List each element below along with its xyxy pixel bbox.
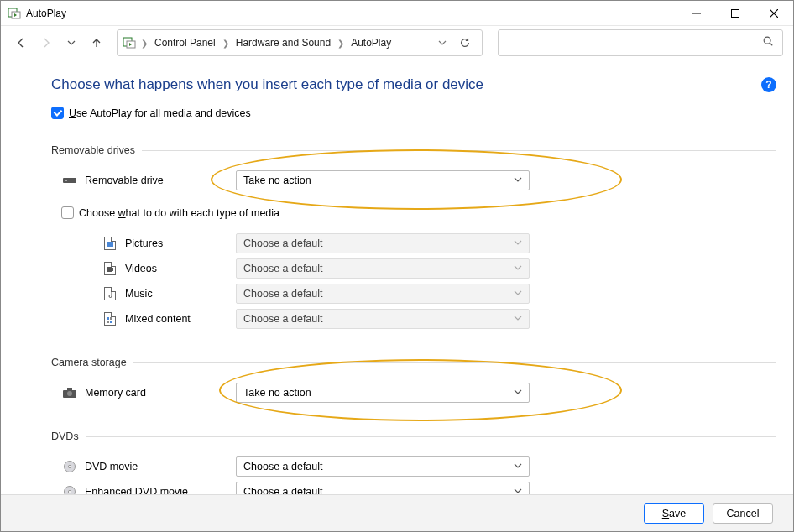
search-icon[interactable] bbox=[762, 35, 774, 50]
videos-combo[interactable]: Choose a default bbox=[236, 258, 530, 279]
svg-rect-16 bbox=[112, 268, 113, 271]
chevron-right-icon[interactable]: ❯ bbox=[221, 39, 231, 48]
pictures-combo[interactable]: Choose a default bbox=[236, 233, 530, 253]
memory-card-combo[interactable]: Take no action bbox=[236, 383, 530, 403]
music-label: Music bbox=[125, 288, 236, 300]
chevron-down-icon bbox=[514, 313, 522, 325]
footer: Save Cancel bbox=[1, 494, 793, 531]
search-input[interactable] bbox=[507, 36, 762, 50]
pictures-icon bbox=[103, 237, 117, 250]
music-icon bbox=[103, 287, 117, 300]
content-area: Choose what happens when you insert each… bbox=[1, 60, 793, 494]
breadcrumb-control-panel[interactable]: Control Panel bbox=[153, 35, 217, 50]
removable-drive-label: Removable drive bbox=[85, 175, 236, 186]
music-combo[interactable]: Choose a default bbox=[236, 284, 530, 304]
autoplay-icon bbox=[8, 7, 21, 20]
svg-rect-18 bbox=[110, 317, 112, 320]
disc-icon bbox=[63, 460, 76, 473]
pictures-label: Pictures bbox=[125, 237, 236, 249]
section-camera-storage: Camera storage bbox=[51, 357, 776, 368]
svg-rect-15 bbox=[107, 267, 112, 272]
use-autoplay-checkbox[interactable] bbox=[51, 107, 64, 119]
section-dvds: DVDs bbox=[51, 430, 776, 442]
removable-drive-combo[interactable]: Take no action bbox=[236, 170, 530, 190]
breadcrumb-autoplay[interactable]: AutoPlay bbox=[349, 35, 393, 50]
svg-rect-22 bbox=[67, 388, 72, 391]
svg-point-27 bbox=[68, 490, 71, 493]
address-icon bbox=[123, 36, 136, 50]
svg-rect-20 bbox=[110, 321, 112, 323]
choose-per-media-checkbox[interactable] bbox=[61, 206, 74, 219]
chevron-down-icon bbox=[514, 387, 522, 399]
toolbar: ❯ Control Panel ❯ Hardware and Sound ❯ A… bbox=[1, 26, 793, 60]
svg-rect-19 bbox=[107, 321, 109, 323]
maximize-button[interactable] bbox=[716, 1, 755, 26]
mixed-label: Mixed content bbox=[125, 313, 236, 325]
svg-rect-4 bbox=[732, 9, 739, 17]
disc-icon bbox=[63, 485, 76, 494]
window-frame: AutoPlay ❯ Control Panel ❯ Hardware and … bbox=[0, 0, 794, 532]
dvd-movie-combo[interactable]: Choose a default bbox=[236, 456, 530, 477]
chevron-down-icon bbox=[514, 486, 522, 494]
mixed-icon bbox=[103, 312, 117, 326]
titlebar: AutoPlay bbox=[1, 1, 793, 26]
back-button[interactable] bbox=[11, 33, 31, 53]
refresh-button[interactable] bbox=[453, 37, 477, 49]
svg-point-10 bbox=[764, 37, 770, 44]
dvd-movie-label: DVD movie bbox=[85, 461, 236, 472]
svg-rect-13 bbox=[65, 180, 67, 181]
drive-icon bbox=[63, 174, 76, 187]
minimize-button[interactable] bbox=[677, 1, 716, 26]
memory-card-label: Memory card bbox=[85, 387, 236, 399]
page-heading: Choose what happens when you insert each… bbox=[51, 76, 761, 93]
svg-rect-17 bbox=[107, 317, 109, 320]
camera-icon bbox=[63, 386, 76, 399]
chevron-down-icon bbox=[514, 263, 522, 274]
close-button[interactable] bbox=[755, 1, 793, 26]
window-controls bbox=[677, 1, 793, 26]
recent-dropdown[interactable] bbox=[61, 33, 81, 53]
chevron-down-icon bbox=[514, 237, 522, 249]
help-button[interactable]: ? bbox=[761, 77, 776, 92]
videos-label: Videos bbox=[125, 263, 236, 274]
search-box[interactable] bbox=[498, 29, 783, 56]
chevron-right-icon[interactable]: ❯ bbox=[336, 39, 346, 48]
scroll-pane[interactable]: Choose what happens when you insert each… bbox=[1, 60, 793, 494]
chevron-right-icon[interactable]: ❯ bbox=[139, 39, 149, 48]
cancel-button[interactable]: Cancel bbox=[713, 503, 773, 524]
chevron-down-icon bbox=[514, 288, 522, 300]
svg-line-11 bbox=[770, 43, 772, 45]
enhanced-dvd-combo[interactable]: Choose a default bbox=[236, 482, 530, 494]
chevron-down-icon bbox=[514, 175, 522, 186]
enhanced-dvd-label: Enhanced DVD movie bbox=[85, 486, 236, 494]
address-bar[interactable]: ❯ Control Panel ❯ Hardware and Sound ❯ A… bbox=[117, 29, 483, 56]
breadcrumb-hardware-sound[interactable]: Hardware and Sound bbox=[234, 35, 332, 50]
up-button[interactable] bbox=[86, 33, 107, 53]
svg-point-23 bbox=[67, 391, 72, 396]
svg-point-25 bbox=[68, 465, 71, 467]
save-button[interactable]: Save bbox=[644, 503, 704, 524]
mixed-combo[interactable]: Choose a default bbox=[236, 309, 530, 329]
videos-icon bbox=[103, 262, 117, 275]
svg-rect-14 bbox=[107, 242, 113, 247]
choose-per-media-label: Choose what to do with each type of medi… bbox=[79, 207, 279, 219]
use-autoplay-label: Use AutoPlay for all media and devices bbox=[69, 107, 251, 119]
chevron-down-icon bbox=[514, 461, 522, 472]
address-dropdown-icon[interactable] bbox=[438, 35, 447, 50]
forward-button[interactable] bbox=[36, 33, 56, 53]
section-removable-drives: Removable drives bbox=[51, 144, 776, 156]
window-title: AutoPlay bbox=[26, 8, 677, 19]
